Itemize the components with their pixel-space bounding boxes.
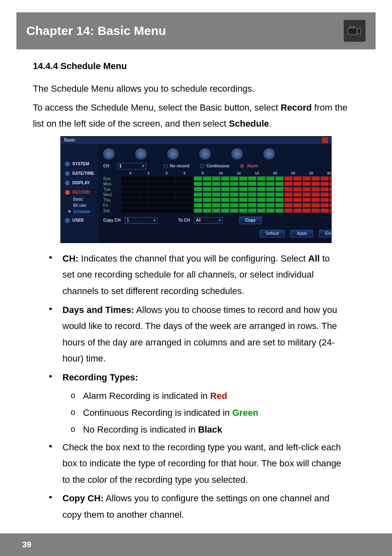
schedule-cell[interactable] xyxy=(284,176,293,181)
schedule-cell[interactable] xyxy=(157,176,166,181)
schedule-cell[interactable] xyxy=(293,187,302,192)
schedule-cell[interactable] xyxy=(302,197,311,202)
schedule-cell[interactable] xyxy=(203,187,212,192)
schedule-cell[interactable] xyxy=(121,192,130,197)
schedule-cell[interactable] xyxy=(121,187,130,192)
schedule-cell[interactable] xyxy=(293,208,302,213)
schedule-cell[interactable] xyxy=(293,176,302,181)
schedule-cell[interactable] xyxy=(157,187,166,192)
schedule-cell[interactable] xyxy=(257,176,266,181)
schedule-cell[interactable] xyxy=(175,187,184,192)
schedule-cell[interactable] xyxy=(148,192,157,197)
schedule-cell[interactable] xyxy=(184,197,194,202)
toolbar-icon[interactable] xyxy=(167,148,179,160)
radio-continuous[interactable] xyxy=(200,164,204,168)
schedule-cell[interactable] xyxy=(139,197,148,202)
schedule-cell[interactable] xyxy=(320,181,329,186)
schedule-cell[interactable] xyxy=(203,197,212,202)
schedule-cell[interactable] xyxy=(175,197,184,202)
schedule-cell[interactable] xyxy=(166,208,175,213)
schedule-cell[interactable] xyxy=(302,192,311,197)
schedule-cell[interactable] xyxy=(184,203,194,208)
exit-button[interactable]: Exit xyxy=(319,230,332,237)
schedule-cell[interactable] xyxy=(139,187,148,192)
schedule-cell[interactable] xyxy=(148,187,157,192)
schedule-cell[interactable] xyxy=(248,197,257,202)
schedule-cell[interactable] xyxy=(184,208,194,213)
schedule-cell[interactable] xyxy=(184,187,194,192)
schedule-cell[interactable] xyxy=(266,192,275,197)
schedule-cell[interactable] xyxy=(275,176,284,181)
schedule-cell[interactable] xyxy=(230,203,239,208)
schedule-cell[interactable] xyxy=(302,181,311,186)
schedule-cell[interactable] xyxy=(302,203,311,208)
schedule-cell[interactable] xyxy=(248,181,257,186)
schedule-cell[interactable] xyxy=(221,181,230,186)
schedule-cell[interactable] xyxy=(175,208,184,213)
close-icon[interactable] xyxy=(322,137,328,143)
schedule-cell[interactable] xyxy=(194,176,203,181)
sidebar-sub-schedule[interactable]: Schedule xyxy=(64,208,98,215)
schedule-cell[interactable] xyxy=(212,192,221,197)
schedule-cell[interactable] xyxy=(194,197,203,202)
schedule-cell[interactable] xyxy=(194,181,203,186)
schedule-cell[interactable] xyxy=(230,208,239,213)
schedule-cell[interactable] xyxy=(311,181,320,186)
schedule-cell[interactable] xyxy=(266,187,275,192)
schedule-cell[interactable] xyxy=(257,181,266,186)
schedule-cell[interactable] xyxy=(248,187,257,192)
schedule-cell[interactable] xyxy=(257,208,266,213)
schedule-cell[interactable] xyxy=(175,181,184,186)
schedule-cell[interactable] xyxy=(166,197,175,202)
schedule-cell[interactable] xyxy=(311,187,320,192)
schedule-cell[interactable] xyxy=(139,192,148,197)
schedule-cell[interactable] xyxy=(266,176,275,181)
schedule-cell[interactable] xyxy=(284,192,293,197)
schedule-cell[interactable] xyxy=(293,203,302,208)
schedule-cell[interactable] xyxy=(157,203,166,208)
schedule-cell[interactable] xyxy=(221,176,230,181)
sidebar-item-record[interactable]: RECORD xyxy=(61,189,98,196)
schedule-cell[interactable] xyxy=(139,208,148,213)
schedule-cell[interactable] xyxy=(212,203,221,208)
schedule-cell[interactable] xyxy=(175,176,184,181)
schedule-cell[interactable] xyxy=(311,192,320,197)
schedule-cell[interactable] xyxy=(257,197,266,202)
schedule-cell[interactable] xyxy=(230,181,239,186)
schedule-cell[interactable] xyxy=(320,192,329,197)
sidebar-item-system[interactable]: SYSTEM xyxy=(61,160,98,168)
schedule-cell[interactable] xyxy=(284,181,293,186)
schedule-cell[interactable] xyxy=(175,192,184,197)
schedule-cell[interactable] xyxy=(203,181,212,186)
schedule-cell[interactable] xyxy=(212,181,221,186)
schedule-cell[interactable] xyxy=(248,203,257,208)
schedule-cell[interactable] xyxy=(221,208,230,213)
schedule-cell[interactable] xyxy=(221,192,230,197)
schedule-cell[interactable] xyxy=(203,176,212,181)
schedule-cell[interactable] xyxy=(329,187,332,192)
schedule-cell[interactable] xyxy=(221,203,230,208)
schedule-cell[interactable] xyxy=(320,203,329,208)
copy-button[interactable]: Copy xyxy=(239,217,262,224)
schedule-cell[interactable] xyxy=(230,187,239,192)
schedule-cell[interactable] xyxy=(320,197,329,202)
schedule-cell[interactable] xyxy=(121,176,130,181)
schedule-cell[interactable] xyxy=(230,192,239,197)
schedule-cell[interactable] xyxy=(311,203,320,208)
schedule-cell[interactable] xyxy=(320,176,329,181)
copy-ch-dropdown[interactable]: 1▾ xyxy=(125,217,157,224)
schedule-cell[interactable] xyxy=(293,197,302,202)
schedule-cell[interactable] xyxy=(266,203,275,208)
schedule-cell[interactable] xyxy=(329,176,332,181)
schedule-cell[interactable] xyxy=(157,192,166,197)
schedule-cell[interactable] xyxy=(266,181,275,186)
schedule-cell[interactable] xyxy=(212,208,221,213)
schedule-cell[interactable] xyxy=(130,181,139,186)
schedule-cell[interactable] xyxy=(239,187,248,192)
schedule-cell[interactable] xyxy=(239,181,248,186)
schedule-cell[interactable] xyxy=(130,203,139,208)
schedule-cell[interactable] xyxy=(284,208,293,213)
schedule-cell[interactable] xyxy=(275,181,284,186)
schedule-cell[interactable] xyxy=(320,208,329,213)
schedule-cell[interactable] xyxy=(175,203,184,208)
